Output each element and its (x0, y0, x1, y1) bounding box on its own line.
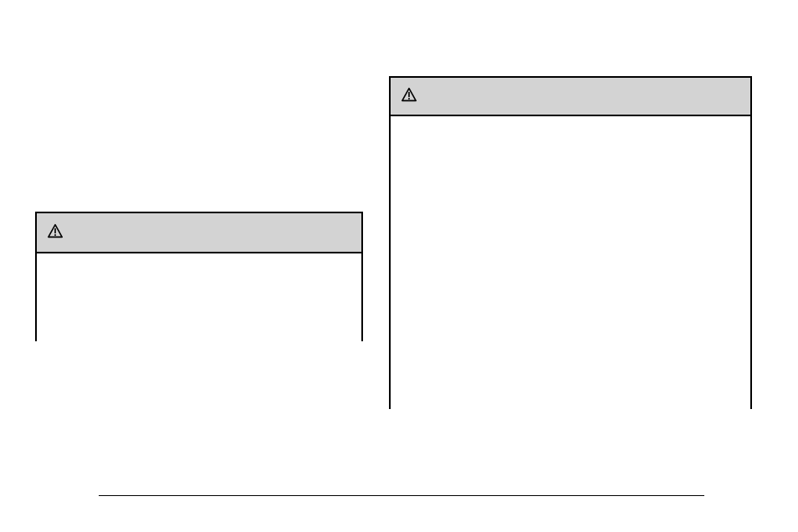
footer-divider (99, 495, 704, 496)
warning-icon (47, 223, 64, 242)
callout-box-right (389, 76, 752, 409)
callout-body-left (37, 253, 361, 341)
warning-icon (401, 87, 417, 105)
callout-header-right (391, 78, 750, 116)
svg-point-1 (54, 234, 56, 236)
callout-header-left (37, 213, 361, 253)
callout-body-right (391, 116, 750, 409)
callout-box-left (35, 212, 363, 341)
svg-point-3 (408, 98, 410, 100)
